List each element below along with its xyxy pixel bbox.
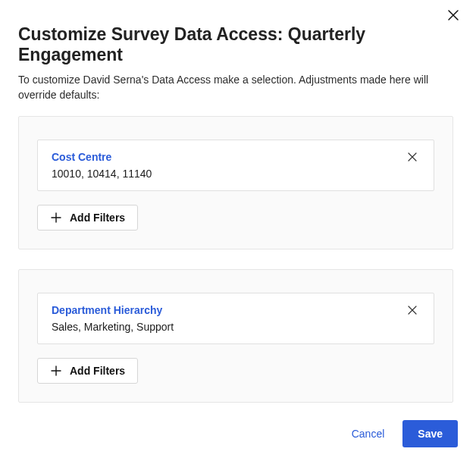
remove-filter-icon[interactable] (408, 304, 421, 318)
add-filters-button[interactable]: Add Filters (37, 358, 138, 384)
dialog-subtitle: To customize David Serna's Data Access m… (18, 73, 443, 102)
add-filters-button[interactable]: Add Filters (37, 205, 138, 231)
remove-filter-icon[interactable] (408, 151, 421, 165)
filter-card: Department Hierarchy Sales, Marketing, S… (18, 269, 453, 403)
cancel-button[interactable]: Cancel (347, 422, 390, 446)
filter-label: Department Hierarchy (52, 304, 420, 316)
scroll-area[interactable]: Cost Centre 10010, 10414, 11140 Add Filt… (18, 116, 458, 424)
add-filters-label: Add Filters (70, 212, 125, 224)
filter-box[interactable]: Department Hierarchy Sales, Marketing, S… (37, 293, 434, 344)
close-icon[interactable] (447, 9, 462, 24)
filter-box[interactable]: Cost Centre 10010, 10414, 11140 (37, 140, 434, 191)
plus-icon (50, 365, 62, 377)
save-button[interactable]: Save (402, 420, 458, 447)
filter-label: Cost Centre (52, 151, 420, 163)
plus-icon (50, 212, 62, 224)
add-filters-label: Add Filters (70, 365, 125, 377)
filter-values: 10010, 10414, 11140 (52, 168, 420, 180)
customize-data-access-dialog: Customize Survey Data Access: Quarterly … (0, 0, 476, 458)
dialog-footer: Cancel Save (0, 409, 476, 458)
filter-card: Cost Centre 10010, 10414, 11140 Add Filt… (18, 116, 453, 249)
dialog-title: Customize Survey Data Access: Quarterly … (18, 24, 458, 65)
filter-values: Sales, Marketing, Support (52, 321, 420, 333)
